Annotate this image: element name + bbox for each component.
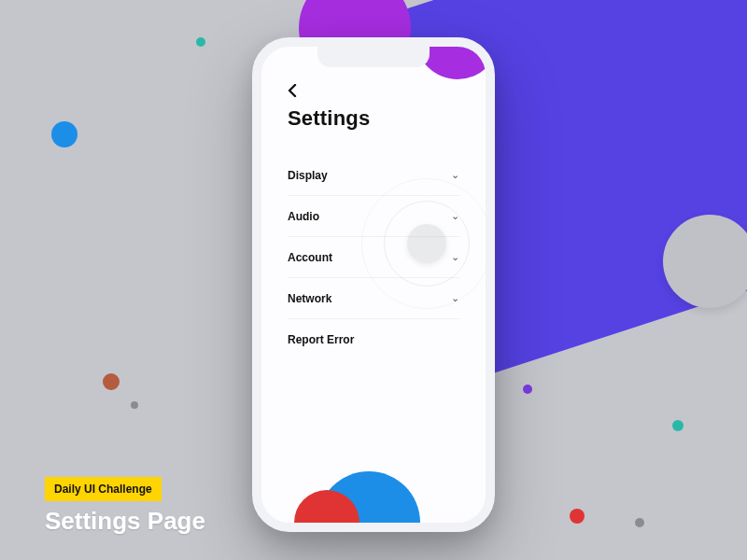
decorative-circle xyxy=(51,121,78,147)
settings-row-audio[interactable]: Audio ⌄ xyxy=(288,196,459,237)
decorative-circle xyxy=(103,373,120,390)
settings-row-report-error[interactable]: Report Error xyxy=(288,319,459,360)
phone-notch xyxy=(317,47,430,67)
chevron-left-icon xyxy=(288,84,297,97)
back-button[interactable] xyxy=(288,84,459,101)
phone-screen: Settings Display ⌄ Audio ⌄ Account ⌄ Net… xyxy=(261,47,486,523)
page-title: Settings xyxy=(288,106,459,131)
row-label: Report Error xyxy=(288,333,354,346)
row-label: Display xyxy=(288,169,328,182)
page-caption: Settings Page xyxy=(45,507,205,536)
decorative-circle xyxy=(523,385,532,394)
challenge-badge: Daily UI Challenge xyxy=(45,477,162,501)
row-label: Network xyxy=(288,292,331,305)
settings-list: Display ⌄ Audio ⌄ Account ⌄ Network ⌄ Re… xyxy=(288,155,459,360)
decorative-circle xyxy=(196,37,205,47)
decorative-circle xyxy=(672,420,684,431)
chevron-down-icon: ⌄ xyxy=(451,251,459,263)
footer: Daily UI Challenge Settings Page xyxy=(45,477,205,536)
decorative-circle xyxy=(635,518,644,527)
settings-row-display[interactable]: Display ⌄ xyxy=(288,155,459,196)
phone-mockup: Settings Display ⌄ Audio ⌄ Account ⌄ Net… xyxy=(252,37,495,532)
decorative-circle xyxy=(131,401,138,409)
chevron-down-icon: ⌄ xyxy=(451,292,459,304)
decorative-circle xyxy=(663,215,747,308)
chevron-down-icon: ⌄ xyxy=(451,169,459,181)
decorative-circle xyxy=(570,509,585,524)
settings-row-network[interactable]: Network ⌄ xyxy=(288,278,459,319)
chevron-down-icon: ⌄ xyxy=(451,210,459,222)
settings-row-account[interactable]: Account ⌄ xyxy=(288,237,459,278)
row-label: Account xyxy=(288,251,332,264)
row-label: Audio xyxy=(288,210,319,223)
